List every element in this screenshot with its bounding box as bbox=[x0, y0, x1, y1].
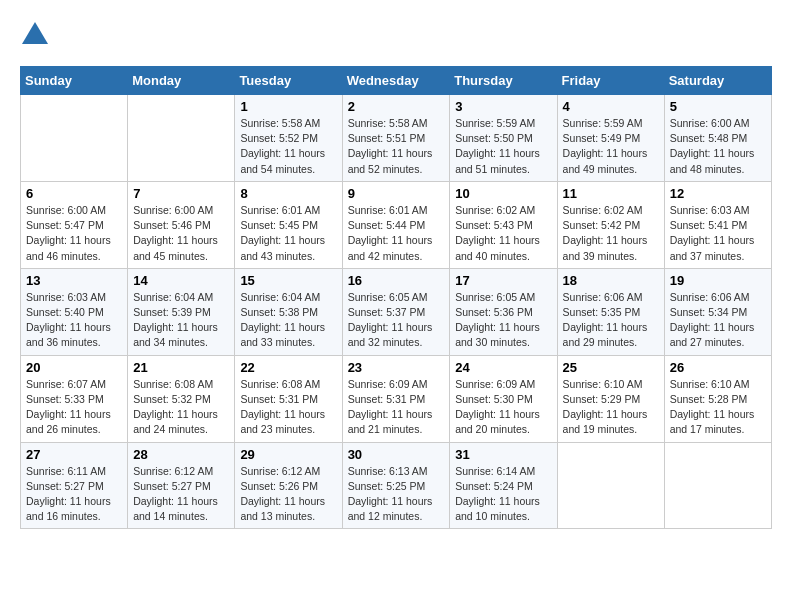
day-number: 11 bbox=[563, 186, 659, 201]
day-cell bbox=[557, 442, 664, 529]
day-cell: 11Sunrise: 6:02 AM Sunset: 5:42 PM Dayli… bbox=[557, 181, 664, 268]
day-cell: 8Sunrise: 6:01 AM Sunset: 5:45 PM Daylig… bbox=[235, 181, 342, 268]
day-cell bbox=[128, 95, 235, 182]
day-info: Sunrise: 6:06 AM Sunset: 5:34 PM Dayligh… bbox=[670, 290, 766, 351]
day-info: Sunrise: 6:06 AM Sunset: 5:35 PM Dayligh… bbox=[563, 290, 659, 351]
day-cell: 12Sunrise: 6:03 AM Sunset: 5:41 PM Dayli… bbox=[664, 181, 771, 268]
day-number: 12 bbox=[670, 186, 766, 201]
day-number: 15 bbox=[240, 273, 336, 288]
day-cell: 28Sunrise: 6:12 AM Sunset: 5:27 PM Dayli… bbox=[128, 442, 235, 529]
col-header-thursday: Thursday bbox=[450, 67, 557, 95]
header-row: SundayMondayTuesdayWednesdayThursdayFrid… bbox=[21, 67, 772, 95]
day-info: Sunrise: 6:14 AM Sunset: 5:24 PM Dayligh… bbox=[455, 464, 551, 525]
day-info: Sunrise: 6:05 AM Sunset: 5:36 PM Dayligh… bbox=[455, 290, 551, 351]
week-row-1: 1Sunrise: 5:58 AM Sunset: 5:52 PM Daylig… bbox=[21, 95, 772, 182]
day-number: 7 bbox=[133, 186, 229, 201]
day-cell: 4Sunrise: 5:59 AM Sunset: 5:49 PM Daylig… bbox=[557, 95, 664, 182]
week-row-5: 27Sunrise: 6:11 AM Sunset: 5:27 PM Dayli… bbox=[21, 442, 772, 529]
day-info: Sunrise: 6:10 AM Sunset: 5:29 PM Dayligh… bbox=[563, 377, 659, 438]
col-header-monday: Monday bbox=[128, 67, 235, 95]
day-info: Sunrise: 6:03 AM Sunset: 5:40 PM Dayligh… bbox=[26, 290, 122, 351]
day-number: 10 bbox=[455, 186, 551, 201]
day-info: Sunrise: 5:59 AM Sunset: 5:50 PM Dayligh… bbox=[455, 116, 551, 177]
day-cell: 16Sunrise: 6:05 AM Sunset: 5:37 PM Dayli… bbox=[342, 268, 450, 355]
col-header-saturday: Saturday bbox=[664, 67, 771, 95]
day-number: 13 bbox=[26, 273, 122, 288]
day-info: Sunrise: 6:09 AM Sunset: 5:31 PM Dayligh… bbox=[348, 377, 445, 438]
day-info: Sunrise: 6:01 AM Sunset: 5:45 PM Dayligh… bbox=[240, 203, 336, 264]
day-info: Sunrise: 6:13 AM Sunset: 5:25 PM Dayligh… bbox=[348, 464, 445, 525]
day-cell: 7Sunrise: 6:00 AM Sunset: 5:46 PM Daylig… bbox=[128, 181, 235, 268]
day-cell: 25Sunrise: 6:10 AM Sunset: 5:29 PM Dayli… bbox=[557, 355, 664, 442]
day-number: 1 bbox=[240, 99, 336, 114]
day-info: Sunrise: 6:12 AM Sunset: 5:26 PM Dayligh… bbox=[240, 464, 336, 525]
day-cell: 17Sunrise: 6:05 AM Sunset: 5:36 PM Dayli… bbox=[450, 268, 557, 355]
day-cell: 5Sunrise: 6:00 AM Sunset: 5:48 PM Daylig… bbox=[664, 95, 771, 182]
day-cell: 27Sunrise: 6:11 AM Sunset: 5:27 PM Dayli… bbox=[21, 442, 128, 529]
day-info: Sunrise: 6:03 AM Sunset: 5:41 PM Dayligh… bbox=[670, 203, 766, 264]
day-number: 24 bbox=[455, 360, 551, 375]
day-number: 19 bbox=[670, 273, 766, 288]
day-number: 4 bbox=[563, 99, 659, 114]
day-cell: 2Sunrise: 5:58 AM Sunset: 5:51 PM Daylig… bbox=[342, 95, 450, 182]
day-number: 28 bbox=[133, 447, 229, 462]
day-info: Sunrise: 6:00 AM Sunset: 5:46 PM Dayligh… bbox=[133, 203, 229, 264]
day-number: 17 bbox=[455, 273, 551, 288]
day-info: Sunrise: 6:00 AM Sunset: 5:48 PM Dayligh… bbox=[670, 116, 766, 177]
day-number: 14 bbox=[133, 273, 229, 288]
day-cell: 18Sunrise: 6:06 AM Sunset: 5:35 PM Dayli… bbox=[557, 268, 664, 355]
day-number: 22 bbox=[240, 360, 336, 375]
day-cell: 19Sunrise: 6:06 AM Sunset: 5:34 PM Dayli… bbox=[664, 268, 771, 355]
day-info: Sunrise: 6:04 AM Sunset: 5:38 PM Dayligh… bbox=[240, 290, 336, 351]
day-number: 3 bbox=[455, 99, 551, 114]
col-header-wednesday: Wednesday bbox=[342, 67, 450, 95]
day-cell: 3Sunrise: 5:59 AM Sunset: 5:50 PM Daylig… bbox=[450, 95, 557, 182]
day-number: 29 bbox=[240, 447, 336, 462]
day-info: Sunrise: 6:07 AM Sunset: 5:33 PM Dayligh… bbox=[26, 377, 122, 438]
logo bbox=[20, 20, 54, 50]
day-number: 5 bbox=[670, 99, 766, 114]
day-info: Sunrise: 6:02 AM Sunset: 5:42 PM Dayligh… bbox=[563, 203, 659, 264]
day-number: 16 bbox=[348, 273, 445, 288]
day-info: Sunrise: 6:00 AM Sunset: 5:47 PM Dayligh… bbox=[26, 203, 122, 264]
day-info: Sunrise: 6:02 AM Sunset: 5:43 PM Dayligh… bbox=[455, 203, 551, 264]
day-cell: 29Sunrise: 6:12 AM Sunset: 5:26 PM Dayli… bbox=[235, 442, 342, 529]
day-info: Sunrise: 6:04 AM Sunset: 5:39 PM Dayligh… bbox=[133, 290, 229, 351]
day-cell bbox=[21, 95, 128, 182]
day-cell: 15Sunrise: 6:04 AM Sunset: 5:38 PM Dayli… bbox=[235, 268, 342, 355]
logo-icon bbox=[20, 20, 50, 50]
day-number: 26 bbox=[670, 360, 766, 375]
day-number: 2 bbox=[348, 99, 445, 114]
day-cell: 22Sunrise: 6:08 AM Sunset: 5:31 PM Dayli… bbox=[235, 355, 342, 442]
day-cell: 23Sunrise: 6:09 AM Sunset: 5:31 PM Dayli… bbox=[342, 355, 450, 442]
day-info: Sunrise: 6:09 AM Sunset: 5:30 PM Dayligh… bbox=[455, 377, 551, 438]
day-info: Sunrise: 6:10 AM Sunset: 5:28 PM Dayligh… bbox=[670, 377, 766, 438]
day-info: Sunrise: 6:12 AM Sunset: 5:27 PM Dayligh… bbox=[133, 464, 229, 525]
day-cell: 1Sunrise: 5:58 AM Sunset: 5:52 PM Daylig… bbox=[235, 95, 342, 182]
day-number: 23 bbox=[348, 360, 445, 375]
day-cell: 21Sunrise: 6:08 AM Sunset: 5:32 PM Dayli… bbox=[128, 355, 235, 442]
svg-marker-0 bbox=[22, 22, 48, 44]
day-number: 21 bbox=[133, 360, 229, 375]
day-cell: 14Sunrise: 6:04 AM Sunset: 5:39 PM Dayli… bbox=[128, 268, 235, 355]
day-info: Sunrise: 6:05 AM Sunset: 5:37 PM Dayligh… bbox=[348, 290, 445, 351]
day-cell: 30Sunrise: 6:13 AM Sunset: 5:25 PM Dayli… bbox=[342, 442, 450, 529]
day-info: Sunrise: 5:59 AM Sunset: 5:49 PM Dayligh… bbox=[563, 116, 659, 177]
day-cell: 31Sunrise: 6:14 AM Sunset: 5:24 PM Dayli… bbox=[450, 442, 557, 529]
day-info: Sunrise: 6:08 AM Sunset: 5:31 PM Dayligh… bbox=[240, 377, 336, 438]
col-header-sunday: Sunday bbox=[21, 67, 128, 95]
day-number: 18 bbox=[563, 273, 659, 288]
col-header-friday: Friday bbox=[557, 67, 664, 95]
week-row-3: 13Sunrise: 6:03 AM Sunset: 5:40 PM Dayli… bbox=[21, 268, 772, 355]
day-number: 20 bbox=[26, 360, 122, 375]
day-cell: 24Sunrise: 6:09 AM Sunset: 5:30 PM Dayli… bbox=[450, 355, 557, 442]
week-row-4: 20Sunrise: 6:07 AM Sunset: 5:33 PM Dayli… bbox=[21, 355, 772, 442]
day-cell bbox=[664, 442, 771, 529]
day-number: 27 bbox=[26, 447, 122, 462]
day-number: 6 bbox=[26, 186, 122, 201]
day-cell: 26Sunrise: 6:10 AM Sunset: 5:28 PM Dayli… bbox=[664, 355, 771, 442]
day-number: 9 bbox=[348, 186, 445, 201]
day-number: 8 bbox=[240, 186, 336, 201]
day-cell: 20Sunrise: 6:07 AM Sunset: 5:33 PM Dayli… bbox=[21, 355, 128, 442]
day-number: 25 bbox=[563, 360, 659, 375]
